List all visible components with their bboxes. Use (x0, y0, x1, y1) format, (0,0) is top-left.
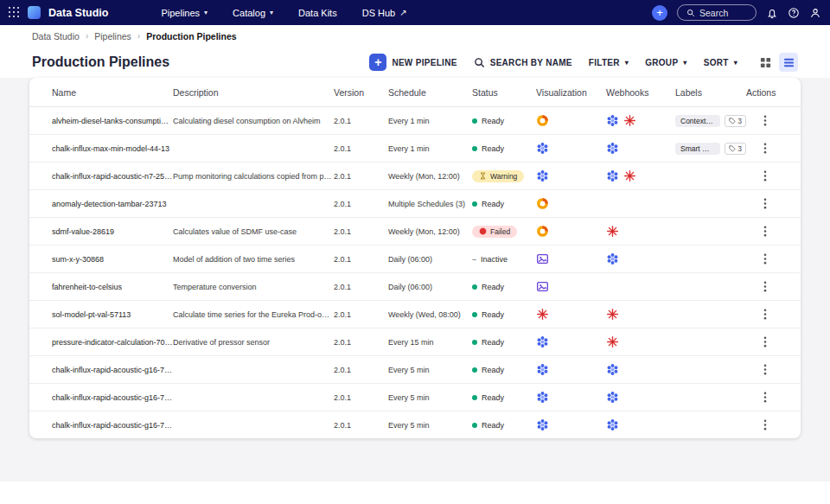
row-actions-button[interactable] (757, 278, 774, 296)
table-row[interactable]: chalk-influx-rapid-acoustic-g16-795772.0… (29, 356, 801, 384)
search-by-name-button[interactable]: SEARCH BY NAME (474, 57, 572, 68)
grid-view-button[interactable] (756, 53, 775, 72)
column-header-visualization[interactable]: Visualization (536, 87, 606, 98)
chevron-down-icon: ▾ (683, 59, 686, 67)
table-row[interactable]: anomaly-detection-tambar-237132.0.1Multi… (29, 190, 801, 218)
row-actions-button[interactable] (757, 168, 774, 185)
status-label: Failed (490, 227, 510, 236)
flower-blue-icon[interactable] (606, 363, 619, 376)
nav-item-ds-hub[interactable]: DS Hub ↗ (354, 0, 416, 25)
flower-blue-icon[interactable] (606, 142, 619, 155)
flower-blue-icon[interactable] (606, 114, 619, 127)
pipeline-description: Temperature conversion (173, 283, 334, 291)
row-actions-button[interactable] (757, 195, 774, 213)
table-row[interactable]: fahrenheit-to-celsiusTemperature convers… (29, 273, 801, 301)
global-search-input[interactable]: Search (677, 4, 757, 21)
donut-orange-icon[interactable] (536, 114, 549, 127)
pipeline-name[interactable]: chalk-influx-rapid-acoustic-g16-79577 (52, 366, 173, 374)
pipeline-name[interactable]: anomaly-detection-tambar-23713 (52, 200, 173, 208)
app-logo-icon (28, 6, 41, 19)
flower-blue-icon[interactable] (536, 418, 549, 431)
external-link-icon: ↗ (399, 9, 406, 17)
column-header-webhooks[interactable]: Webhooks (606, 87, 675, 98)
table-row[interactable]: sum-x-y-30868Model of addition of two ti… (29, 246, 801, 273)
sort-button[interactable]: SORT ▾ (704, 58, 737, 67)
table-row[interactable]: sdmf-value-28619Calculates value of SDMF… (29, 218, 801, 246)
nav-item-data-kits[interactable]: Data Kits (290, 0, 346, 25)
flower-blue-icon[interactable] (536, 335, 549, 348)
row-actions-button[interactable] (757, 223, 774, 240)
flower-blue-icon[interactable] (606, 169, 619, 182)
column-header-schedule[interactable]: Schedule (388, 87, 472, 98)
pipeline-name[interactable]: fahrenheit-to-celsius (52, 283, 173, 291)
row-actions-button[interactable] (757, 251, 774, 268)
nav-item-pipelines[interactable]: Pipelines ▾ (152, 0, 216, 25)
table-row[interactable]: chalk-influx-max-min-model-44-132.0.1Eve… (29, 135, 801, 163)
filter-button[interactable]: FILTER ▾ (589, 58, 629, 67)
status-label: Ready (482, 366, 504, 374)
pipeline-name[interactable]: sum-x-y-30868 (52, 255, 173, 264)
image-purple-icon[interactable] (536, 280, 549, 293)
flower-blue-icon[interactable] (536, 169, 549, 182)
pipeline-name[interactable]: chalk-influx-rapid-acoustic-n7-25943 (52, 172, 173, 181)
column-header-version[interactable]: Version (334, 87, 388, 98)
pipeline-name[interactable]: sol-model-pt-val-57113 (52, 310, 173, 319)
flower-blue-icon[interactable] (606, 418, 619, 431)
pipeline-name[interactable]: alvheim-diesel-tanks-consumption-v0... (52, 117, 173, 125)
flower-blue-icon[interactable] (536, 142, 549, 155)
row-actions-button[interactable] (757, 334, 774, 351)
row-actions-button[interactable] (757, 140, 774, 157)
burst-red-icon[interactable] (606, 335, 619, 348)
pipeline-description: Pump monitoring calculations copied from… (173, 172, 334, 181)
help-icon[interactable] (788, 7, 800, 19)
webhooks-cell (606, 418, 675, 431)
donut-orange-icon[interactable] (536, 197, 549, 210)
user-profile-icon[interactable] (809, 7, 821, 19)
pipeline-name[interactable]: chalk-influx-max-min-model-44-13 (52, 144, 173, 153)
row-actions-button[interactable] (757, 417, 774, 434)
flower-blue-icon[interactable] (606, 391, 619, 404)
quick-create-button[interactable]: + (652, 5, 667, 21)
table-row[interactable]: alvheim-diesel-tanks-consumption-v0...Ca… (29, 107, 801, 135)
app-menu-icon[interactable] (9, 7, 20, 18)
burst-red-icon[interactable] (623, 169, 636, 182)
nav-item-catalog[interactable]: Catalog ▾ (224, 0, 282, 25)
column-header-description[interactable]: Description (173, 87, 334, 98)
table-row[interactable]: chalk-influx-rapid-acoustic-n7-25943Pump… (29, 163, 801, 190)
labels-overflow-badge[interactable]: 3 (725, 115, 746, 127)
pipeline-name[interactable]: sdmf-value-28619 (52, 227, 173, 236)
column-header-status[interactable]: Status (472, 87, 536, 98)
row-actions-button[interactable] (757, 389, 774, 406)
image-purple-icon[interactable] (536, 252, 549, 265)
burst-red-icon[interactable] (623, 114, 636, 127)
pipeline-name[interactable]: chalk-influx-rapid-acoustic-g16-79577 (52, 421, 173, 430)
table-row[interactable]: pressure-indicator-calculation-70967Deri… (29, 329, 801, 356)
row-actions-button[interactable] (757, 112, 774, 130)
column-header-name[interactable]: Name (52, 87, 173, 98)
flower-blue-icon[interactable] (606, 252, 619, 265)
donut-orange-icon[interactable] (536, 225, 549, 238)
burst-red-icon[interactable] (536, 308, 549, 321)
table-row[interactable]: sol-model-pt-val-57113Calculate time ser… (29, 301, 801, 329)
column-header-labels[interactable]: Labels (675, 87, 746, 98)
flower-blue-icon[interactable] (536, 363, 549, 376)
row-actions-button[interactable] (757, 361, 774, 379)
notifications-bell-icon[interactable] (766, 7, 778, 19)
pipeline-name[interactable]: chalk-influx-rapid-acoustic-g16-79577 (52, 393, 173, 402)
row-actions-button[interactable] (757, 306, 774, 323)
breadcrumb-data-studio[interactable]: Data Studio (32, 31, 80, 41)
visualization-cell (536, 391, 606, 404)
flower-blue-icon[interactable] (536, 391, 549, 404)
table-row[interactable]: chalk-influx-rapid-acoustic-g16-795772.0… (29, 411, 801, 438)
burst-red-icon[interactable] (606, 225, 619, 238)
pipeline-status-cell: Ready (472, 366, 536, 374)
breadcrumb-pipelines[interactable]: Pipelines (94, 31, 131, 41)
table-row[interactable]: chalk-influx-rapid-acoustic-g16-795772.0… (29, 384, 801, 411)
labels-overflow-badge[interactable]: 3 (725, 143, 746, 155)
page-header: Production Pipelines + NEW PIPELINE SEAR… (0, 47, 830, 78)
group-button[interactable]: GROUP ▾ (645, 58, 687, 67)
list-view-button[interactable] (779, 53, 798, 72)
new-pipeline-button[interactable]: + NEW PIPELINE (369, 54, 456, 71)
burst-red-icon[interactable] (606, 308, 619, 321)
pipeline-name[interactable]: pressure-indicator-calculation-70967 (52, 338, 173, 347)
